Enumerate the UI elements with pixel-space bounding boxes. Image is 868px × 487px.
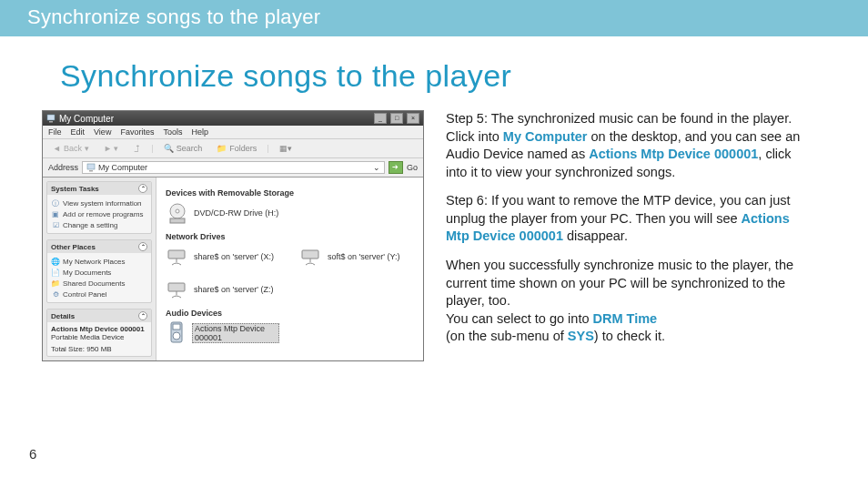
settings-icon: ☑ bbox=[51, 220, 60, 229]
menu-tools[interactable]: Tools bbox=[163, 127, 182, 137]
step-5: Step 5: The synchronized music can be fo… bbox=[446, 110, 810, 181]
network-drive-item[interactable]: share$ on 'server' (Z:) bbox=[166, 278, 279, 301]
address-bar: Address My Computer ⌄ ➔ Go bbox=[43, 158, 423, 178]
window-titlebar: My Computer _ □ × bbox=[43, 111, 423, 126]
control-panel-icon: ⚙ bbox=[51, 289, 60, 299]
forward-button[interactable]: ► ▾ bbox=[99, 142, 123, 155]
search-button[interactable]: 🔍 Search bbox=[159, 142, 207, 155]
media-player-icon bbox=[166, 321, 187, 345]
place-link[interactable]: ⚙Control Panel bbox=[51, 289, 147, 299]
menu-file[interactable]: File bbox=[48, 127, 62, 137]
address-field[interactable]: My Computer ⌄ bbox=[82, 161, 385, 174]
group-audio-devices: Audio Devices bbox=[166, 309, 414, 318]
shared-icon: 📁 bbox=[51, 279, 60, 288]
svg-rect-8 bbox=[302, 250, 318, 259]
place-link[interactable]: 📁Shared Documents bbox=[51, 278, 147, 289]
content-pane: Devices with Removable Storage DVD/CD-RW… bbox=[156, 178, 423, 360]
back-arrow-icon: ◄ bbox=[53, 144, 61, 153]
place-link[interactable]: 📄My Documents bbox=[51, 267, 147, 278]
task-link[interactable]: ▣Add or remove programs bbox=[51, 208, 147, 219]
system-tasks-block: System Tasks ⌃ ⓘView system information … bbox=[46, 181, 152, 234]
collapse-icon: ⌃ bbox=[138, 311, 147, 320]
page-title: Synchronize songs to the player bbox=[60, 58, 868, 94]
kw-sys: SYS bbox=[568, 329, 594, 343]
other-places-block: Other Places ⌃ 🌐My Network Places 📄My Do… bbox=[46, 239, 152, 303]
svg-point-5 bbox=[176, 209, 179, 213]
go-label: Go bbox=[407, 163, 418, 172]
kw-my-computer: My Computer bbox=[503, 129, 588, 144]
left-task-pane: System Tasks ⌃ ⓘView system information … bbox=[43, 178, 156, 360]
computer-icon bbox=[86, 163, 96, 172]
kw-drm-time: DRM Time bbox=[593, 311, 658, 326]
banner-text: Synchronize songs to the player bbox=[27, 5, 320, 28]
content-row: My Computer _ □ × File Edit View Favorit… bbox=[0, 110, 868, 361]
my-computer-window: My Computer _ □ × File Edit View Favorit… bbox=[42, 110, 424, 361]
details-device-type: Portable Media Device bbox=[51, 333, 147, 341]
menu-bar: File Edit View Favorites Tools Help bbox=[43, 126, 423, 139]
section-banner: Synchronize songs to the player bbox=[0, 0, 868, 36]
task-link[interactable]: ⓘView system information bbox=[51, 198, 147, 208]
audio-device-item[interactable]: Actions Mtp Device 000001 bbox=[166, 321, 279, 345]
toolbar: ◄ Back ▾ ► ▾ ⮥ | 🔍 Search 📁 Folders | ▦▾ bbox=[43, 139, 423, 158]
task-link[interactable]: ☑Change a setting bbox=[51, 219, 147, 230]
chevron-down-icon: ▾ bbox=[85, 144, 89, 153]
other-places-header[interactable]: Other Places ⌃ bbox=[47, 240, 151, 253]
svg-rect-6 bbox=[170, 218, 185, 223]
folders-button[interactable]: 📁 Folders bbox=[212, 142, 261, 155]
folder-up-icon: ⮥ bbox=[133, 144, 141, 153]
svg-point-12 bbox=[173, 332, 180, 340]
address-value: My Computer bbox=[98, 163, 147, 172]
group-removable-storage: Devices with Removable Storage bbox=[166, 188, 414, 198]
instruction-text: Step 5: The synchronized music can be fo… bbox=[446, 110, 810, 361]
menu-view[interactable]: View bbox=[94, 127, 111, 137]
info-icon: ⓘ bbox=[51, 198, 60, 208]
svg-rect-0 bbox=[47, 115, 55, 120]
details-device-name: Actions Mtp Device 000001 bbox=[51, 325, 147, 333]
network-drive-icon bbox=[166, 245, 189, 269]
details-block: Details ⌃ Actions Mtp Device 000001 Port… bbox=[46, 309, 152, 357]
menu-help[interactable]: Help bbox=[191, 127, 208, 137]
network-drive-icon bbox=[166, 278, 189, 301]
network-drive-icon bbox=[299, 245, 323, 269]
minimize-button[interactable]: _ bbox=[374, 113, 387, 124]
folder-icon: 📁 bbox=[217, 144, 227, 153]
svg-rect-2 bbox=[87, 164, 95, 169]
menu-favorites[interactable]: Favorites bbox=[120, 127, 154, 137]
cd-drive-icon bbox=[166, 201, 189, 225]
collapse-icon: ⌃ bbox=[138, 242, 147, 251]
close-button[interactable]: × bbox=[407, 113, 419, 124]
menu-edit[interactable]: Edit bbox=[71, 127, 86, 137]
svg-rect-1 bbox=[49, 121, 53, 123]
sync-time-note: When you successfully synchronize music … bbox=[446, 257, 810, 346]
svg-rect-3 bbox=[89, 170, 93, 172]
details-size: Total Size: 950 MB bbox=[51, 345, 147, 353]
chevron-down-icon[interactable]: ⌄ bbox=[373, 163, 380, 172]
step-6: Step 6: If you want to remove the MTP de… bbox=[446, 192, 810, 246]
up-button[interactable]: ⮥ bbox=[128, 142, 146, 155]
computer-icon bbox=[46, 114, 56, 123]
network-drive-item[interactable]: share$ on 'server' (X:) bbox=[166, 245, 279, 269]
programs-icon: ▣ bbox=[51, 209, 60, 218]
svg-rect-7 bbox=[168, 250, 185, 259]
details-header[interactable]: Details ⌃ bbox=[47, 309, 151, 322]
place-link[interactable]: 🌐My Network Places bbox=[51, 256, 147, 267]
window-title-text: My Computer bbox=[59, 114, 114, 124]
page-number: 6 bbox=[29, 446, 36, 462]
back-button[interactable]: ◄ Back ▾ bbox=[48, 142, 94, 155]
maximize-button[interactable]: □ bbox=[390, 113, 403, 124]
explorer-body: System Tasks ⌃ ⓘView system information … bbox=[43, 178, 423, 360]
kw-device: Actions Mtp Device 000001 bbox=[589, 147, 758, 161]
drive-item[interactable]: DVD/CD-RW Drive (H:) bbox=[166, 201, 279, 225]
collapse-icon: ⌃ bbox=[138, 184, 147, 193]
svg-rect-9 bbox=[168, 283, 185, 291]
system-tasks-header[interactable]: System Tasks ⌃ bbox=[47, 182, 151, 195]
group-network-drives: Network Drives bbox=[166, 232, 414, 241]
go-button[interactable]: ➔ bbox=[389, 161, 403, 174]
network-drive-item[interactable]: soft$ on 'server' (Y:) bbox=[299, 245, 413, 269]
views-button[interactable]: ▦▾ bbox=[275, 142, 297, 155]
documents-icon: 📄 bbox=[51, 268, 60, 277]
address-label: Address bbox=[48, 163, 78, 172]
svg-rect-11 bbox=[173, 324, 180, 330]
search-icon: 🔍 bbox=[164, 144, 174, 153]
network-icon: 🌐 bbox=[51, 257, 60, 266]
